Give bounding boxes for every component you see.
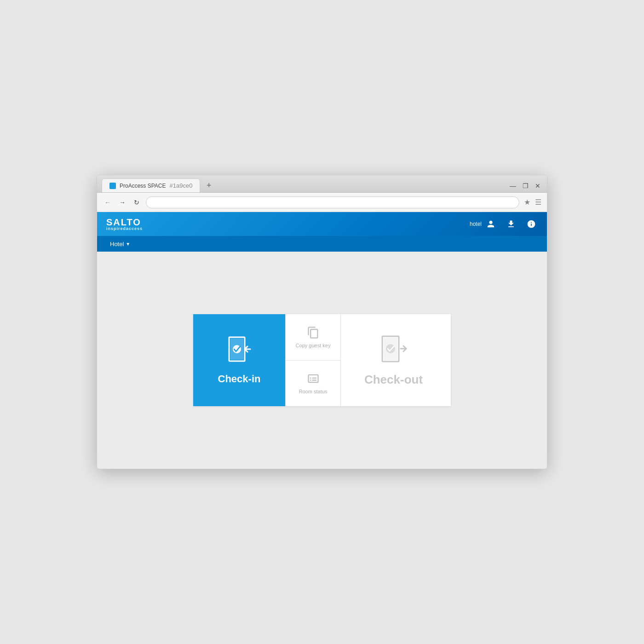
- checkout-label: Check-out: [364, 373, 423, 387]
- refresh-button[interactable]: ↻: [132, 197, 141, 208]
- header-user: hotel: [470, 218, 497, 230]
- browser-window: ProAccess SPACE #1a9ce0 + — ❐ ✕ ← → ↻ ★ …: [97, 175, 547, 469]
- browser-tab[interactable]: ProAccess SPACE #1a9ce0: [102, 178, 200, 192]
- tab-favicon: [109, 183, 116, 189]
- address-input[interactable]: [146, 196, 519, 208]
- copy-guest-key-item[interactable]: Copy guest key: [286, 314, 340, 361]
- header-right: hotel: [470, 218, 538, 230]
- new-tab-button[interactable]: +: [202, 178, 216, 192]
- app-header: SALTO inspiredaccess hotel: [97, 212, 547, 236]
- content-area: Check-in Copy guest key Room status: [193, 314, 451, 406]
- info-icon-button[interactable]: [525, 218, 538, 230]
- user-label: hotel: [470, 221, 482, 227]
- checkout-door-icon: [378, 334, 410, 366]
- tab-title: ProAccess SPACE: [120, 183, 166, 189]
- window-controls: — ❐ ✕: [508, 182, 542, 192]
- logo-sub: inspiredaccess: [106, 227, 143, 231]
- checkout-tile[interactable]: Check-out: [340, 314, 446, 406]
- forward-button[interactable]: →: [117, 197, 127, 208]
- logo: SALTO inspiredaccess: [106, 218, 143, 231]
- title-bar: ProAccess SPACE #1a9ce0 + — ❐ ✕: [97, 175, 547, 193]
- room-status-item[interactable]: Room status: [286, 361, 340, 407]
- copy-guest-key-label: Copy guest key: [296, 343, 331, 348]
- menu-icon[interactable]: ☰: [535, 198, 541, 207]
- close-button[interactable]: ✕: [533, 182, 542, 190]
- user-icon: [487, 220, 495, 228]
- nav-bar: Hotel ▼: [97, 236, 547, 252]
- logo-sub-suffix: access: [126, 226, 143, 231]
- back-button[interactable]: ←: [103, 197, 113, 208]
- hotel-nav-chevron: ▼: [126, 242, 130, 247]
- hotel-nav-item[interactable]: Hotel ▼: [104, 238, 136, 250]
- logo-sub-prefix: inspired: [106, 226, 126, 231]
- checkin-label: Check-in: [218, 373, 261, 385]
- user-icon-button[interactable]: [484, 218, 497, 230]
- copy-icon: [307, 326, 320, 339]
- checkin-tile[interactable]: Check-in: [193, 314, 285, 406]
- tab-close-button[interactable]: #1a9ce0: [169, 183, 192, 189]
- logo-salto: SALTO: [106, 218, 143, 227]
- address-bar: ← → ↻ ★ ☰: [97, 193, 547, 212]
- bookmark-icon[interactable]: ★: [524, 198, 530, 207]
- hotel-nav-label: Hotel: [110, 241, 124, 247]
- info-icon: [527, 219, 536, 229]
- side-panel: Copy guest key Room status: [285, 314, 340, 406]
- minimize-button[interactable]: —: [508, 182, 518, 190]
- main-content: Check-in Copy guest key Room status: [97, 252, 547, 469]
- download-icon: [506, 219, 516, 229]
- checkin-door-icon: [225, 335, 253, 368]
- room-status-icon: [307, 372, 320, 385]
- room-status-label: Room status: [299, 389, 328, 394]
- download-icon-button[interactable]: [505, 218, 518, 230]
- restore-button[interactable]: ❐: [521, 182, 530, 190]
